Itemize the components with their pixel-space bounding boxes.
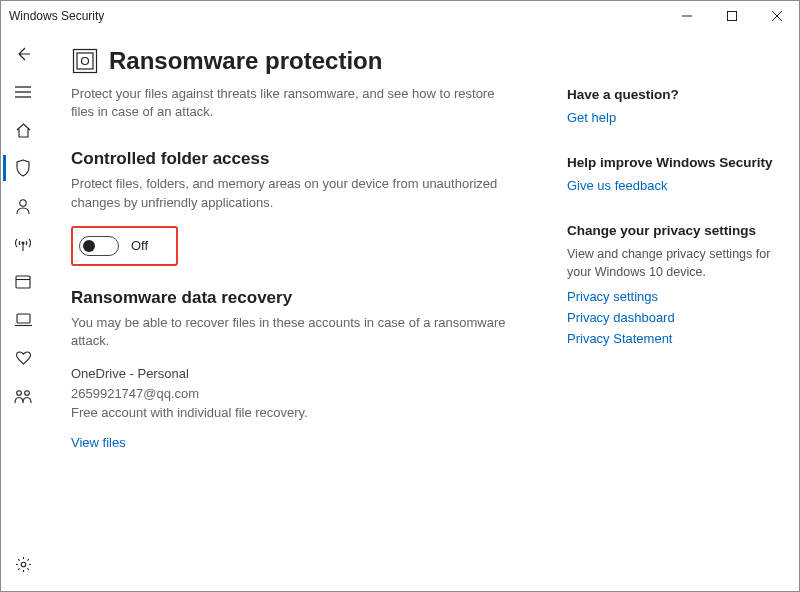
nav-virus-protection[interactable]	[3, 149, 43, 187]
heart-icon	[15, 351, 32, 366]
shield-icon	[15, 159, 31, 177]
privacy-description: View and change privacy settings for you…	[567, 246, 773, 281]
recovery-description: You may be able to recover files in thes…	[71, 314, 531, 350]
svg-rect-12	[17, 314, 30, 323]
onedrive-account-name: OneDrive - Personal	[71, 364, 543, 384]
minimize-icon	[682, 11, 692, 21]
nav-device-security[interactable]	[3, 301, 43, 339]
onedrive-account-note: Free account with individual file recove…	[71, 403, 543, 423]
svg-rect-1	[727, 12, 736, 21]
back-button[interactable]	[3, 35, 43, 73]
device-icon	[15, 313, 32, 327]
nav-app-browser[interactable]	[3, 263, 43, 301]
privacy-heading: Change your privacy settings	[567, 223, 773, 238]
sidebar	[1, 31, 45, 591]
nav-family-options[interactable]	[3, 377, 43, 415]
privacy-settings-link[interactable]: Privacy settings	[567, 289, 773, 304]
view-files-link[interactable]: View files	[71, 433, 126, 453]
privacy-dashboard-link[interactable]: Privacy dashboard	[567, 310, 773, 325]
app-browser-icon	[15, 275, 31, 289]
cfa-description: Protect files, folders, and memory areas…	[71, 175, 531, 211]
maximize-button[interactable]	[709, 1, 754, 31]
svg-point-15	[25, 390, 30, 395]
settings-button[interactable]	[3, 545, 43, 583]
person-icon	[15, 198, 31, 215]
window-title: Windows Security	[9, 9, 104, 23]
close-button[interactable]	[754, 1, 799, 31]
svg-point-14	[17, 390, 22, 395]
close-icon	[772, 11, 782, 21]
nav-device-performance[interactable]	[3, 339, 43, 377]
svg-point-19	[82, 58, 89, 65]
cfa-toggle[interactable]	[79, 236, 119, 256]
antenna-icon	[14, 236, 32, 252]
recovery-heading: Ransomware data recovery	[71, 288, 543, 308]
nav-account-protection[interactable]	[3, 187, 43, 225]
onedrive-account-email: 2659921747@qq.com	[71, 384, 543, 404]
home-icon	[15, 122, 32, 139]
back-arrow-icon	[15, 46, 31, 62]
get-help-link[interactable]: Get help	[567, 110, 773, 125]
page-description: Protect your files against threats like …	[71, 85, 511, 121]
svg-rect-10	[16, 276, 30, 288]
svg-point-7	[20, 199, 26, 205]
nav-firewall[interactable]	[3, 225, 43, 263]
family-icon	[14, 389, 32, 404]
privacy-statement-link[interactable]: Privacy Statement	[567, 331, 773, 346]
question-heading: Have a question?	[567, 87, 773, 102]
menu-button[interactable]	[3, 73, 43, 111]
feedback-link[interactable]: Give us feedback	[567, 178, 773, 193]
highlight-annotation: Off	[71, 226, 178, 266]
nav-home[interactable]	[3, 111, 43, 149]
page-title: Ransomware protection	[109, 47, 382, 75]
svg-point-16	[21, 562, 26, 567]
minimize-button[interactable]	[664, 1, 709, 31]
hamburger-icon	[15, 85, 31, 99]
cfa-toggle-label: Off	[131, 238, 148, 253]
svg-point-8	[22, 242, 24, 244]
ransomware-icon	[71, 47, 99, 75]
cfa-heading: Controlled folder access	[71, 149, 543, 169]
maximize-icon	[727, 11, 737, 21]
svg-rect-18	[77, 53, 93, 69]
gear-icon	[15, 556, 32, 573]
improve-heading: Help improve Windows Security	[567, 155, 773, 170]
